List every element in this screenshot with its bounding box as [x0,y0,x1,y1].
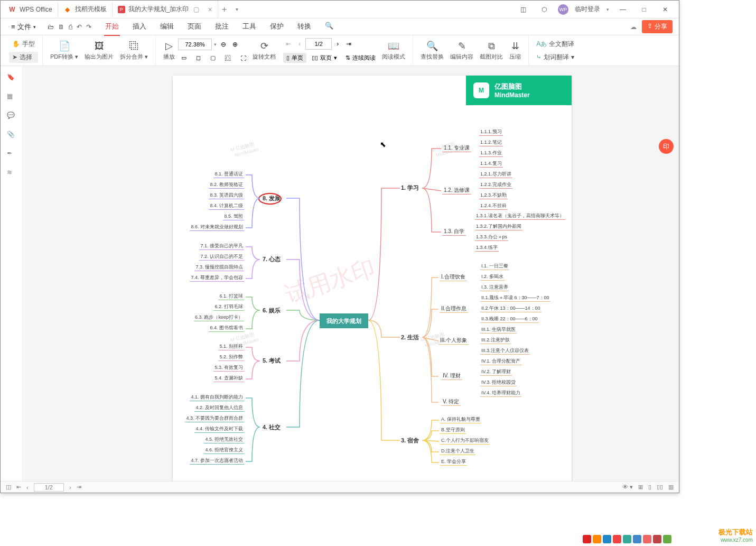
tab-current-doc[interactable]: P 我的大学规划_加水印 ▢ × [113,1,218,18]
zoom-input[interactable] [178,39,212,50]
word-translate-button[interactable]: ⤷划词翻译 ▾ [533,52,577,63]
fit-width-icon[interactable]: ▭ [178,53,190,62]
first-page-icon[interactable]: ⇤ [16,484,21,491]
tab-tools[interactable]: 工具 [241,18,257,36]
single-page-button[interactable]: ▯ 单页 [283,53,306,63]
crop-icon[interactable]: ⿴ [222,54,234,62]
sidebar-toggle-icon[interactable]: ◫ [6,484,11,491]
maximize-button[interactable]: □ [637,2,651,17]
redo-icon[interactable]: ↷ [86,23,91,31]
full-translate-button[interactable]: Aあ全文翻译 [533,39,577,50]
avatar[interactable]: WP [558,4,568,15]
close-tab-icon[interactable]: × [208,5,212,14]
node-8-3: 8.3. 英语四六级 [209,192,244,199]
last-page-icon[interactable]: ⇥ [77,484,81,491]
edit-content-button[interactable]: ✎编辑内容 [447,40,477,61]
tab-insert[interactable]: 插入 [132,18,147,36]
tab-label: WPS Office [20,6,52,13]
comment-icon[interactable]: 💬 [7,112,16,121]
tab-edit[interactable]: 编辑 [159,18,175,36]
app-icon[interactable] [613,535,621,543]
node-2-IV-3: IV.3. 拒绝校园贷 [480,379,517,386]
signature-icon[interactable]: ✒ [7,150,16,159]
app-icon[interactable] [593,535,601,543]
app-icon[interactable] [643,535,651,543]
node-1-1-2: 1.1.2.笔记 [479,139,503,146]
play-button[interactable]: ▷播放 [160,40,178,61]
thumbnail-icon[interactable]: ▦ [7,92,16,102]
export-image-button[interactable]: 🖼输出为图片 [81,40,117,61]
prev-page-icon[interactable]: ‹ [26,484,29,491]
cloud-icon[interactable]: ☁ [630,23,637,31]
tab-page[interactable]: 页面 [186,18,202,36]
screenshot-compare-button[interactable]: ⧉截图对比 [477,40,506,61]
chevron-down-icon[interactable]: ▾ [214,42,217,47]
fit-page-icon[interactable]: ◻ [193,53,204,62]
tab-menu-button[interactable]: ▾ [231,6,244,12]
close-window-button[interactable]: ✕ [658,2,673,17]
zoom-out-icon[interactable]: ⊖ [219,41,228,48]
undo-icon[interactable]: ↶ [77,23,82,31]
login-label[interactable]: 临时登录 [575,5,600,14]
new-tab-button[interactable]: + [218,5,231,14]
layers-icon[interactable]: ≋ [7,169,16,178]
select-tool[interactable]: ➤选择 [9,52,38,63]
floating-action-button[interactable]: 印 [659,139,674,154]
tab-convert[interactable]: 转换 [296,18,312,36]
node-4-3: 4.3. 不要因为要合群而合群 [185,415,244,422]
next-page-icon[interactable]: › [69,484,71,491]
read-mode-button[interactable]: 📖阅读模式 [379,40,408,61]
readmode-icon[interactable]: ▢ [192,5,200,14]
screenshot-icon[interactable]: ⛶ [237,54,249,62]
tab-start[interactable]: 开始 [104,18,120,36]
hand-tool[interactable]: ✋手型 [9,39,38,50]
share-icon: ⇪ [647,22,652,31]
find-replace-button[interactable]: 🔍查找替换 [417,40,447,61]
tab-wps-office[interactable]: W WPS Office [3,2,58,17]
app-icon[interactable] [623,535,631,543]
first-page-icon[interactable]: ⇤ [283,40,294,48]
node-study: 1. 学习 [401,184,419,192]
tab-protect[interactable]: 保护 [269,18,285,36]
open-icon[interactable]: 🗁 [48,23,54,31]
layout1-icon[interactable]: ▯ [648,484,651,491]
zoom-in-icon[interactable]: ⊕ [230,41,240,48]
tab-daoке-templates[interactable]: ◆ 找稻壳模板 [58,2,113,17]
layout2-icon[interactable]: ▯▯ [657,484,663,491]
grid-icon[interactable]: ⊞ [638,484,643,491]
page-input[interactable] [305,38,332,50]
app-icon[interactable] [663,535,671,543]
print-icon[interactable]: ⎙ [69,23,72,31]
cube-icon[interactable]: ⬡ [537,2,552,17]
bookmark-icon[interactable]: 🔖 [7,73,16,83]
file-menu[interactable]: ≡ 文件 ▾ [7,20,40,34]
document-canvas[interactable]: M 亿图脑图 MindMaster 试用水印 M 亿图脑图 MindMaster… [23,66,679,481]
app-icon[interactable] [633,535,641,543]
rotate-button[interactable]: ⟳旋转文档 [249,40,279,61]
compress-button[interactable]: ⇊压缩 [506,40,524,61]
app-icon[interactable] [603,535,611,543]
last-page-icon[interactable]: ⇥ [343,40,354,48]
minimize-button[interactable]: — [615,2,630,17]
node-2-I: I.合理饮食 [440,273,467,281]
attachment-icon[interactable]: 📎 [7,131,16,140]
save-icon[interactable]: 🗎 [58,23,64,31]
next-page-icon[interactable]: › [334,40,341,48]
prev-page-icon[interactable]: ‹ [296,40,303,48]
app-icon[interactable] [653,535,661,543]
pdf-convert-button[interactable]: 📄PDF转换 ▾ [47,40,81,61]
layout3-icon[interactable]: ▥ [668,484,674,491]
search-button[interactable]: 🔍 [324,18,334,36]
eye-icon[interactable]: 👁 ▾ [622,484,633,491]
actual-size-icon[interactable]: ▢ [207,53,219,62]
double-page-button[interactable]: ▯▯ 双页 ▾ [309,53,340,63]
play-icon: ▷ [165,40,173,52]
app-icon[interactable] [583,535,591,543]
search-icon: 🔍 [426,40,438,52]
panel-icon[interactable]: ◫ [516,2,530,17]
tab-comment[interactable]: 批注 [214,18,230,36]
continuous-button[interactable]: ⇅ 连续阅读 [342,53,379,63]
chevron-down-icon[interactable]: ▾ [606,7,609,12]
share-button[interactable]: ⇪ 分享 [642,20,673,33]
split-merge-button[interactable]: ⿻拆分合并 ▾ [117,40,151,61]
